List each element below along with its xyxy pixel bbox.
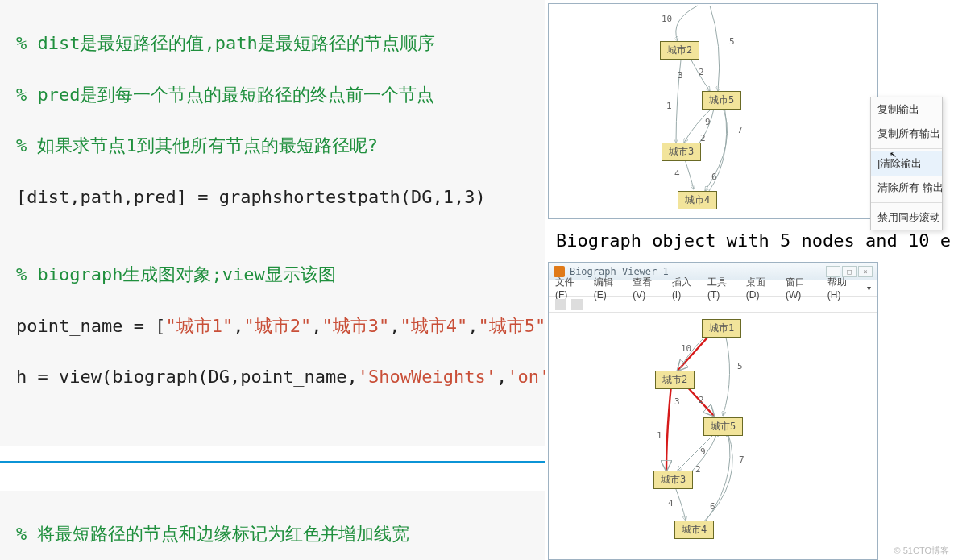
graph-node-2[interactable]: 城市2	[660, 41, 699, 60]
comment: % 如果求节点1到其他所有节点的最短路径呢?	[16, 135, 378, 156]
comment: % 将最短路径的节点和边缘标记为红色并增加线宽	[16, 524, 410, 544]
graph-node-5[interactable]: 城市5	[702, 91, 741, 110]
menu-file[interactable]: 文件(F)	[555, 276, 586, 301]
ctx-clear-output[interactable]: |清除输出	[871, 151, 942, 176]
ctx-copy-all-output[interactable]: 复制所有输出	[871, 122, 942, 146]
weight-label: 3	[674, 396, 680, 407]
weight-label: 3	[678, 70, 683, 81]
menu-tools[interactable]: 工具(T)	[707, 276, 738, 301]
weight-label: 9	[700, 446, 706, 457]
weight-label: 5	[737, 361, 743, 371]
weight-label: 5	[729, 36, 735, 47]
menu-edit[interactable]: 编辑(E)	[594, 276, 625, 301]
graph-node-3[interactable]: 城市3	[662, 143, 701, 161]
biograph-viewer-bottom[interactable]: Biograph Viewer 1 — □ × 文件(F) 编辑(E) 查看(V…	[548, 262, 878, 560]
weight-label: 2	[699, 395, 704, 405]
weight-label: 4	[674, 168, 680, 179]
weight-label: 2	[695, 464, 701, 475]
weight-label: 10	[681, 343, 691, 354]
window-close-button[interactable]: ×	[858, 266, 873, 277]
ctx-separator	[871, 202, 942, 203]
ctx-copy-output[interactable]: 复制输出	[871, 97, 942, 122]
code-line: [dist,path,pred] = graphshortestpath(DG,…	[16, 187, 486, 207]
weight-label: 6	[711, 172, 717, 182]
comment: % biograph生成图对象;view显示该图	[16, 264, 336, 284]
code-cell-1[interactable]: % dist是最短路径的值,path是最短路径的节点顺序 % pred是到每一个…	[0, 0, 545, 446]
code-cell-2[interactable]: % 将最短路径的节点和边缘标记为红色并增加线宽 % getedgesbynode…	[0, 491, 545, 560]
toolbar-print-icon[interactable]	[555, 299, 566, 310]
menu-desktop[interactable]: 桌面(D)	[746, 276, 778, 301]
weight-label: 1	[666, 101, 672, 111]
weight-label: 6	[710, 501, 716, 512]
comment: % pred是到每一个节点的最短路径的终点前一个节点	[16, 85, 434, 105]
ctx-separator	[871, 148, 942, 149]
graph-node-3[interactable]: 城市3	[653, 471, 693, 489]
weight-label: 2	[699, 67, 704, 77]
context-menu[interactable]: 复制输出 复制所有输出 |清除输出 清除所有 输出 禁用同步滚动	[870, 97, 943, 230]
menubar-overflow-icon[interactable]: ▾	[867, 284, 871, 292]
graph-node-4[interactable]: 城市4	[678, 191, 717, 209]
menu-window[interactable]: 窗口(W)	[786, 276, 819, 301]
menu-help[interactable]: 帮助(H)	[827, 276, 859, 301]
biograph-viewer-top[interactable]: 城市2 城市5 城市3 城市4 10 5 2 3 1 9 7 4 6 2	[548, 3, 878, 219]
watermark: © 51CTO博客	[894, 545, 949, 557]
output-column: 城市2 城市5 城市3 城市4 10 5 2 3 1 9 7 4 6 2 Bio…	[545, 0, 954, 560]
menu-view[interactable]: 查看(V)	[633, 276, 664, 301]
graph-node-4[interactable]: 城市4	[674, 521, 714, 539]
weight-label: 2	[700, 133, 706, 143]
menubar[interactable]: 文件(F) 编辑(E) 查看(V) 插入(I) 工具(T) 桌面(D) 窗口(W…	[549, 280, 877, 297]
graph-node-2[interactable]: 城市2	[655, 371, 695, 389]
menu-insert[interactable]: 插入(I)	[672, 276, 699, 301]
weight-label: 4	[668, 498, 674, 508]
toolbar-zoom-icon[interactable]	[571, 299, 583, 310]
weight-label: 10	[662, 14, 672, 24]
weight-label: 9	[705, 117, 711, 127]
graph-node-1[interactable]: 城市1	[702, 319, 741, 338]
ctx-clear-all-output[interactable]: 清除所有 输出	[871, 176, 942, 200]
comment: % dist是最短路径的值,path是最短路径的节点顺序	[16, 33, 435, 53]
editor-column: % dist是最短路径的值,path是最短路径的节点顺序 % pred是到每一个…	[0, 0, 545, 560]
ctx-disable-sync-scroll[interactable]: 禁用同步滚动	[871, 205, 942, 230]
graph-node-5[interactable]: 城市5	[703, 417, 743, 436]
weight-label: 7	[737, 125, 743, 135]
weight-label: 1	[657, 430, 662, 441]
weight-label: 7	[739, 454, 745, 465]
